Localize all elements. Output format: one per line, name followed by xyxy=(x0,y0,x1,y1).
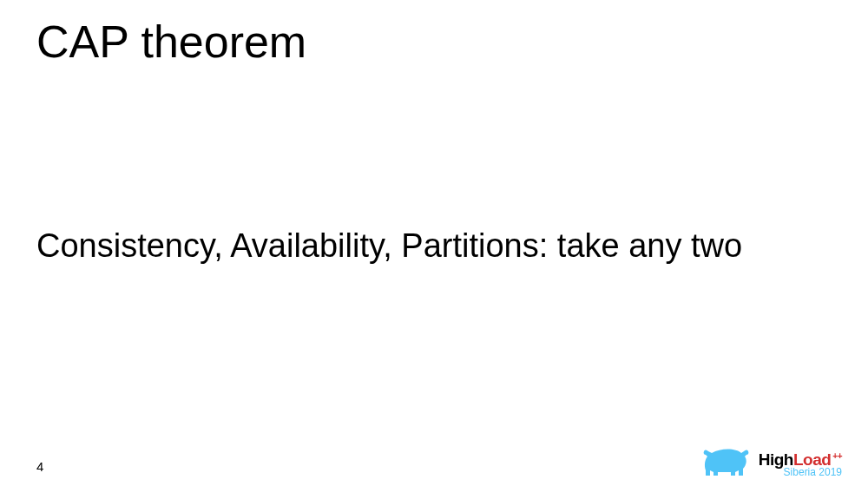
slide-title: CAP theorem xyxy=(36,16,306,68)
page-number: 4 xyxy=(36,459,43,474)
logo-subtitle: Siberia 2019 xyxy=(784,467,842,477)
logo-text-block: HighLoad++ Siberia 2019 xyxy=(759,451,842,477)
slide-body-text: Consistency, Availability, Partitions: t… xyxy=(36,226,816,267)
conference-logo: HighLoad++ Siberia 2019 xyxy=(701,444,842,477)
bear-icon xyxy=(701,444,752,477)
logo-plus: ++ xyxy=(832,451,842,461)
